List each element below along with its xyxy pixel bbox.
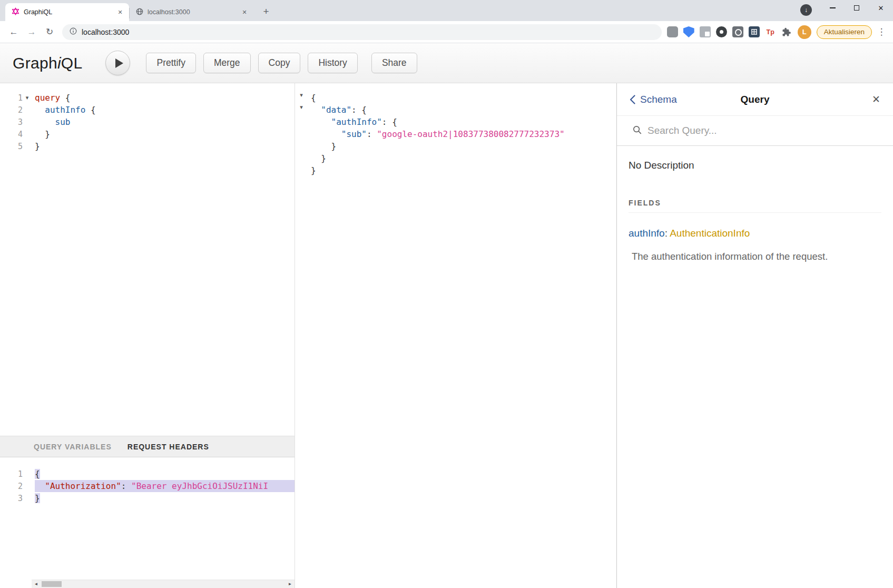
docs-search-bar [617,116,893,146]
extensions-puzzle-icon[interactable] [781,26,792,37]
maximize-icon [854,5,859,11]
query-pane: 1▾ 2 3 4 5 query { authInfo { sub }} QUE… [0,83,295,588]
tab-graphiql[interactable]: GraphiQL ✕ [5,3,129,21]
code-line: sub [35,116,295,128]
tab-title: GraphiQL [24,8,115,16]
fold-arrow-icon[interactable]: ▾ [23,94,32,101]
docs-fields-header: FIELDS [629,199,881,213]
browser-window: GraphiQL ✕ localhost:3000 ✕ + ↓ ✕ ← → ↻ … [0,0,893,588]
close-window-button[interactable]: ✕ [869,0,893,16]
docs-close-icon[interactable]: ✕ [872,93,880,105]
back-button[interactable]: ← [5,24,22,41]
minimize-button[interactable] [820,0,845,16]
code-line: query { [35,92,295,104]
docs-field-row: authInfo: AuthenticationInfo [629,228,881,239]
history-button[interactable]: History [308,53,357,73]
scrollbar-track[interactable] [41,580,286,588]
adblock-icon[interactable] [667,26,678,37]
field-type-link[interactable]: AuthenticationInfo [670,228,750,239]
docs-no-description: No Description [629,160,881,171]
line-number: 5 [0,142,23,151]
graphiql-editor-area: GraphiQL Prettify Merge Copy History Sha… [0,43,893,588]
search-icon [633,125,642,136]
scroll-left-arrow[interactable]: ◄ [32,580,41,588]
scroll-right-arrow[interactable]: ► [286,580,295,588]
camera-icon[interactable] [732,26,743,37]
graphiql-logo: GraphiQL [13,54,82,72]
chevron-left-icon [630,95,635,104]
scrollbar-thumb[interactable] [42,581,62,587]
url-text[interactable]: localhost:3000 [82,28,129,36]
grid-icon[interactable] [749,26,760,37]
maximize-button[interactable] [845,0,869,16]
code-line: "data": { [311,104,616,116]
minimize-icon [830,7,836,8]
code-line: } [311,164,616,177]
tab-close-icon[interactable]: ✕ [115,7,125,17]
tampermonkey-icon[interactable]: Tp [765,26,776,37]
new-tab-button[interactable]: + [259,4,273,19]
browser-menu-icon[interactable]: ⋮ [876,26,887,37]
docs-panel: Query Schema ✕ No Descr [616,83,893,588]
code-line: } [35,128,295,140]
color-circle-icon[interactable] [716,26,727,37]
line-number: 1 [0,93,23,103]
copy-button[interactable]: Copy [258,53,301,73]
tab-request-headers[interactable]: REQUEST HEADERS [127,443,209,451]
query-editor[interactable]: 1▾ 2 3 4 5 query { authInfo { sub }} [0,83,295,436]
fold-arrow-icon[interactable]: ▾ [295,104,308,116]
prettify-button[interactable]: Prettify [146,53,195,73]
graphiql-panes: 1▾ 2 3 4 5 query { authInfo { sub }} QUE… [0,83,893,588]
horizontal-scrollbar[interactable]: ◄ ► [32,580,295,588]
tab-localhost[interactable]: localhost:3000 ✕ [130,3,253,21]
download-status-icon[interactable]: ↓ [800,4,812,16]
line-number: 2 [0,482,23,491]
profile-avatar[interactable]: L [798,25,811,39]
tab-close-icon[interactable]: ✕ [240,7,249,17]
share-button[interactable]: Share [371,53,417,73]
extensions-area: Tp [667,26,792,37]
docs-header: Query Schema ✕ [617,83,893,116]
fold-arrow-icon[interactable]: ▾ [295,92,308,104]
screenshot-icon[interactable] [700,26,711,37]
query-editor-gutter: 1▾ 2 3 4 5 [0,83,32,436]
code-line: { [35,468,295,480]
line-number: 4 [0,130,23,139]
merge-button[interactable]: Merge [203,53,251,73]
browser-toolbar: ← → ↻ localhost:3000 Tp L Aktualisieren … [0,21,893,43]
titlebar-controls: ↓ ✕ [800,0,893,21]
graphiql-app: GraphiQL Prettify Merge Copy History Sha… [0,43,893,588]
code-line: { [311,92,616,104]
code-line: } [311,140,616,152]
site-info-icon[interactable] [70,27,77,37]
graphiql-toolbar: GraphiQL Prettify Merge Copy History Sha… [0,43,893,83]
tab-query-variables[interactable]: QUERY VARIABLES [34,443,112,451]
docs-search-input[interactable] [647,125,877,136]
code-line: } [35,140,295,152]
headers-code[interactable]: { "Authorization": "Bearer eyJhbGciOiJSU… [32,457,295,580]
field-description: The authentication information of the re… [632,251,881,262]
code-line: "sub": "google-oauth2|108377380082777232… [311,128,616,140]
tab-strip: GraphiQL ✕ localhost:3000 ✕ + ↓ ✕ [0,0,893,21]
response-code: { "data": { "authInfo": { "sub": "google… [308,83,616,588]
execute-button[interactable] [105,51,130,75]
shield-icon[interactable] [683,26,694,37]
line-number: 2 [0,105,23,115]
address-bar[interactable]: localhost:3000 [62,24,662,40]
forward-button[interactable]: → [23,24,40,41]
request-headers-editor[interactable]: 1 2 3 { "Authorization": "Bearer eyJhbGc… [0,457,295,580]
response-pane: ▾ ▾ { "data": { "authInfo": { "sub": "go… [295,83,616,588]
reload-button[interactable]: ↻ [41,24,58,41]
tab-separator [129,8,130,18]
code-line: "authInfo": { [311,116,616,128]
query-code[interactable]: query { authInfo { sub }} [32,83,295,436]
field-name-link[interactable]: authInfo [629,228,665,239]
globe-icon [136,8,143,17]
code-line: authInfo { [35,104,295,116]
response-fold-gutter: ▾ ▾ [295,83,308,588]
update-button[interactable]: Aktualisieren [817,25,872,39]
docs-content: No Description FIELDS authInfo: Authenti… [617,146,893,276]
code-line: } [311,152,616,164]
secondary-editor-tabs: QUERY VARIABLES REQUEST HEADERS [0,436,295,457]
docs-back-button[interactable]: Schema [630,94,677,105]
